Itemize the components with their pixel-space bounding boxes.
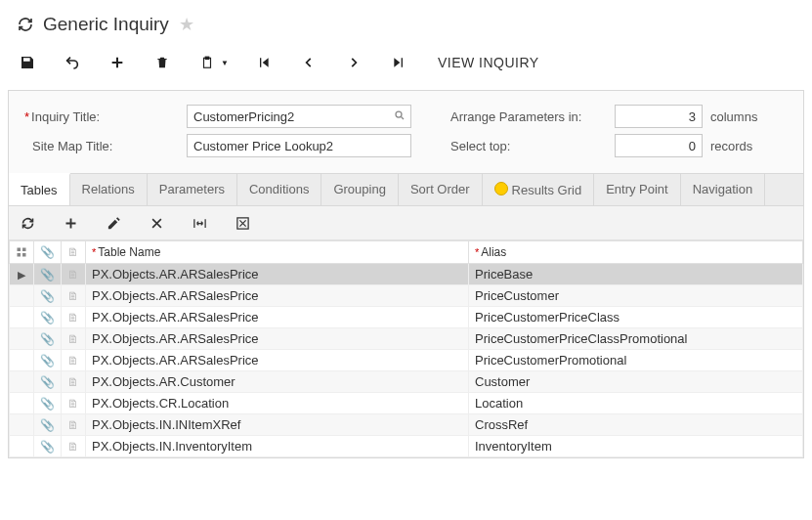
row-files-icon[interactable]: 📎 <box>34 307 62 328</box>
row-files-icon[interactable]: 📎 <box>34 393 62 414</box>
row-alias[interactable]: PriceCustomer <box>469 285 803 307</box>
tabs-bar: TablesRelationsParametersConditionsGroup… <box>9 173 803 205</box>
row-pointer <box>10 350 34 371</box>
row-files-icon[interactable]: 📎 <box>34 350 62 371</box>
row-alias[interactable]: PriceCustomerPriceClass <box>469 307 803 328</box>
table-row[interactable]: 📎🗎PX.Objects.CR.LocationLocation <box>10 393 803 414</box>
row-tablename[interactable]: PX.Objects.AR.ARSalesPrice <box>86 350 469 371</box>
col-alias-header[interactable]: *Alias <box>469 241 803 264</box>
row-notes-icon[interactable]: 🗎 <box>62 264 86 285</box>
row-files-icon[interactable]: 📎 <box>34 436 62 457</box>
grid-edit-button[interactable] <box>105 214 122 232</box>
row-pointer <box>10 436 34 457</box>
table-row[interactable]: 📎🗎PX.Objects.AR.ARSalesPricePriceCustome… <box>10 350 803 371</box>
clipboard-button[interactable] <box>197 53 217 72</box>
row-tablename[interactable]: PX.Objects.AR.ARSalesPrice <box>86 264 469 285</box>
row-alias[interactable]: InventoryItem <box>469 436 803 457</box>
table-row[interactable]: 📎🗎PX.Objects.AR.CustomerCustomer <box>10 371 803 393</box>
first-button[interactable] <box>254 53 274 72</box>
row-files-icon[interactable]: 📎 <box>34 285 62 307</box>
delete-button[interactable] <box>152 53 172 72</box>
site-map-title-label: Site Map Title: <box>19 139 187 153</box>
select-top-input[interactable] <box>615 134 703 157</box>
row-notes-icon[interactable]: 🗎 <box>62 285 86 307</box>
save-button[interactable] <box>18 53 37 72</box>
row-notes-icon[interactable]: 🗎 <box>62 307 86 328</box>
svg-rect-4 <box>18 248 21 252</box>
next-button[interactable] <box>344 53 363 72</box>
col-notes-header[interactable]: 🗎 <box>62 241 86 264</box>
table-row[interactable]: 📎🗎PX.Objects.AR.ARSalesPricePriceCustome… <box>10 285 803 307</box>
tables-grid: 📎 🗎 *Table Name *Alias ▶📎🗎PX.Objects.AR.… <box>9 240 803 457</box>
table-row[interactable]: 📎🗎PX.Objects.AR.ARSalesPricePriceCustome… <box>10 307 803 328</box>
favorite-icon[interactable]: ★ <box>179 14 194 35</box>
svg-rect-6 <box>18 253 21 257</box>
table-row[interactable]: 📎🗎PX.Objects.IN.INItemXRefCrossRef <box>10 414 803 436</box>
row-tablename[interactable]: PX.Objects.AR.ARSalesPrice <box>86 328 469 350</box>
row-tablename[interactable]: PX.Objects.AR.ARSalesPrice <box>86 307 469 328</box>
select-top-unit: records <box>703 139 752 153</box>
refresh-icon[interactable] <box>18 17 33 32</box>
col-tablename-header[interactable]: *Table Name <box>86 241 469 264</box>
row-tablename[interactable]: PX.Objects.CR.Location <box>86 393 469 414</box>
row-alias[interactable]: PriceBase <box>469 264 803 285</box>
clipboard-dropdown-icon[interactable]: ▼ <box>221 59 229 67</box>
tab-sort-order[interactable]: Sort Order <box>399 174 483 205</box>
row-files-icon[interactable]: 📎 <box>34 414 62 436</box>
row-tablename[interactable]: PX.Objects.IN.INItemXRef <box>86 414 469 436</box>
table-row[interactable]: ▶📎🗎PX.Objects.AR.ARSalesPricePriceBase <box>10 264 803 285</box>
grid-refresh-button[interactable] <box>19 214 36 232</box>
row-notes-icon[interactable]: 🗎 <box>62 393 86 414</box>
row-alias[interactable]: CrossRef <box>469 414 803 436</box>
row-files-icon[interactable]: 📎 <box>34 264 62 285</box>
tab-results-grid[interactable]: Results Grid <box>483 174 595 205</box>
add-button[interactable] <box>107 53 127 72</box>
col-files-header[interactable]: 📎 <box>34 241 62 264</box>
row-files-icon[interactable]: 📎 <box>34 328 62 350</box>
svg-rect-5 <box>22 248 26 252</box>
main-panel: *Inquiry Title: Arrange Parameters in: c… <box>8 90 804 458</box>
undo-button[interactable] <box>63 53 82 72</box>
row-alias[interactable]: PriceCustomerPromotional <box>469 350 803 371</box>
row-pointer <box>10 285 34 307</box>
row-pointer: ▶ <box>10 264 34 285</box>
arrange-input[interactable] <box>615 105 703 128</box>
tab-navigation[interactable]: Navigation <box>681 174 765 205</box>
tab-grouping[interactable]: Grouping <box>321 174 398 205</box>
grid-fit-button[interactable] <box>191 214 208 232</box>
row-notes-icon[interactable]: 🗎 <box>62 436 86 457</box>
view-inquiry-button[interactable]: VIEW INQUIRY <box>438 55 539 70</box>
tab-relations[interactable]: Relations <box>70 174 148 205</box>
tab-parameters[interactable]: Parameters <box>148 174 237 205</box>
tab-entry-point[interactable]: Entry Point <box>594 174 681 205</box>
page-title: Generic Inquiry <box>43 14 169 35</box>
row-alias[interactable]: Location <box>469 393 803 414</box>
row-pointer <box>10 328 34 350</box>
table-row[interactable]: 📎🗎PX.Objects.AR.ARSalesPricePriceCustome… <box>10 328 803 350</box>
row-notes-icon[interactable]: 🗎 <box>62 350 86 371</box>
table-row[interactable]: 📎🗎PX.Objects.IN.InventoryItemInventoryIt… <box>10 436 803 457</box>
last-button[interactable] <box>389 53 408 72</box>
row-pointer <box>10 393 34 414</box>
select-top-label: Select top: <box>450 139 615 153</box>
row-notes-icon[interactable]: 🗎 <box>62 414 86 436</box>
row-alias[interactable]: PriceCustomerPriceClassPromotional <box>469 328 803 350</box>
row-alias[interactable]: Customer <box>469 371 803 393</box>
tab-conditions[interactable]: Conditions <box>237 174 321 205</box>
site-map-title-input[interactable] <box>187 134 411 157</box>
row-tablename[interactable]: PX.Objects.IN.InventoryItem <box>86 436 469 457</box>
prev-button[interactable] <box>299 53 319 72</box>
row-files-icon[interactable]: 📎 <box>34 371 62 393</box>
svg-rect-1 <box>205 57 209 59</box>
tab-tables[interactable]: Tables <box>9 173 70 205</box>
col-selector-header[interactable] <box>10 241 34 264</box>
inquiry-title-input[interactable] <box>187 105 411 128</box>
row-tablename[interactable]: PX.Objects.AR.Customer <box>86 371 469 393</box>
row-tablename[interactable]: PX.Objects.AR.ARSalesPrice <box>86 285 469 307</box>
row-notes-icon[interactable]: 🗎 <box>62 371 86 393</box>
grid-add-button[interactable] <box>62 214 79 232</box>
grid-delete-button[interactable] <box>148 214 165 232</box>
row-pointer <box>10 414 34 436</box>
row-notes-icon[interactable]: 🗎 <box>62 328 86 350</box>
grid-export-button[interactable] <box>234 214 251 232</box>
